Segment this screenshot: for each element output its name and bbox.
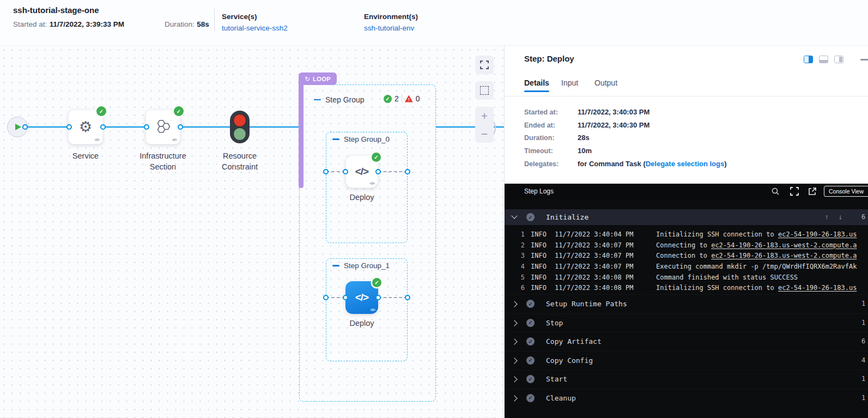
panel-title: Step: Deploy — [524, 54, 574, 63]
success-check-icon — [372, 153, 381, 162]
duration-label: Duration: — [165, 20, 195, 28]
log-host-link[interactable]: ec2-54-190-26-183.us-west-2.compute.a — [711, 252, 857, 259]
log-line: 2 INFO 11/7/2022 3:40:07 PM Connecting t… — [505, 240, 868, 251]
code-icon: </> — [355, 292, 368, 304]
status-check-icon — [526, 319, 535, 327]
log-section-name: Copy Config — [546, 356, 593, 365]
step-group-status: 2 ! 0 — [384, 94, 420, 103]
detail-label: Started at: — [524, 108, 558, 116]
deploy-node-0-label: Deploy — [329, 192, 394, 203]
minimize-panel-icon[interactable] — [860, 59, 868, 60]
chevron-right-icon[interactable] — [511, 358, 517, 364]
log-section-name: Cleanup — [546, 394, 576, 402]
open-in-new-icon[interactable] — [808, 187, 817, 196]
traffic-red-light — [233, 114, 246, 127]
scroll-bottom-icon[interactable]: ↓ — [839, 213, 842, 221]
deploy-node-1-selected[interactable]: </> </> — [345, 281, 378, 314]
log-level: INFO — [531, 241, 553, 249]
canvas-fullscreen-button[interactable] — [475, 56, 494, 74]
failed-count: 0 — [416, 94, 420, 103]
environments-link[interactable]: ssh-tutorial-env — [364, 24, 414, 32]
detail-value: 10m — [578, 147, 592, 155]
log-section-count: 6 — [861, 213, 865, 221]
log-section-copy-artifact[interactable]: Copy Artifact 6 — [505, 332, 868, 351]
tab-details[interactable]: Details — [524, 78, 549, 87]
log-host-link[interactable]: ec2-54-190-26-183.us — [778, 284, 857, 292]
layout-split-right-icon[interactable] — [804, 56, 813, 63]
chevron-right-icon[interactable] — [511, 338, 517, 344]
step-group-label: Step Group — [325, 95, 365, 104]
dashed-connector — [378, 171, 408, 172]
chevron-right-icon[interactable] — [511, 395, 517, 401]
chevron-right-icon[interactable] — [511, 301, 517, 307]
tab-output[interactable]: Output — [594, 78, 617, 87]
layout-fill — [809, 56, 812, 63]
step-group-header[interactable]: Step Group — [314, 95, 365, 104]
resource-constraint-node[interactable] — [230, 111, 250, 143]
delegate-selection-logs-link[interactable]: Delegate selection logs — [646, 160, 725, 168]
connector-dot — [375, 295, 381, 300]
collapse-minus-icon[interactable] — [332, 138, 339, 140]
zoom-out-button[interactable]: − — [481, 128, 488, 140]
log-section-cleanup[interactable]: Cleanup 1 — [505, 389, 868, 408]
layout-fill — [820, 60, 828, 63]
infrastructure-node[interactable]: </> — [145, 110, 180, 144]
services-label: Service(s) — [222, 13, 257, 21]
status-check-icon — [526, 375, 535, 383]
expand-fullscreen-icon[interactable] — [790, 187, 799, 196]
layout-split-bottom-icon[interactable] — [819, 56, 828, 63]
collapse-minus-icon[interactable] — [314, 99, 321, 101]
log-section-count: 1 — [861, 300, 865, 307]
console-view-toggle[interactable]: Console View — [824, 186, 868, 197]
search-icon[interactable] — [771, 187, 780, 196]
collapse-minus-icon[interactable] — [332, 265, 339, 266]
log-section-setup-runtime-paths[interactable]: Setup Runtime Paths 1 — [505, 294, 868, 313]
log-level: INFO — [531, 284, 553, 292]
log-section-stop[interactable]: Stop 1 — [505, 313, 868, 332]
step-group-1-header[interactable]: Step Group_1 — [332, 262, 390, 270]
tab-input[interactable]: Input — [561, 78, 578, 87]
step-logs-title: Step Logs — [524, 187, 554, 195]
log-level: INFO — [531, 231, 553, 238]
log-level: INFO — [531, 252, 553, 259]
scroll-top-icon[interactable]: ↑ — [825, 213, 829, 221]
layout-split-panel-icon[interactable] — [834, 56, 843, 63]
chevron-down-icon[interactable] — [511, 213, 517, 219]
deploy-node-0[interactable]: </> </> — [345, 155, 378, 188]
code-mini-icon: </> — [94, 137, 99, 142]
service-node[interactable]: ⚙ </> — [68, 110, 103, 144]
log-host-link[interactable]: ec2-54-190-26-183.us-west-2.compute.a — [711, 241, 857, 249]
log-line: 5 INFO 11/7/2022 3:40:08 PM Command fini… — [505, 272, 868, 283]
log-host-link[interactable]: ec2-54-190-26-183.us — [778, 231, 857, 238]
delegates-pre: for Command Task ( — [578, 160, 646, 168]
connector-dot — [66, 124, 72, 130]
log-lines: 1 INFO 11/7/2022 3:40:04 PM Initializing… — [505, 229, 868, 293]
pipeline-canvas[interactable]: ⚙ </> Service </> Infrastructure Section… — [0, 46, 504, 418]
warning-triangle-icon: ! — [405, 95, 413, 102]
canvas-select-button[interactable] — [475, 81, 494, 100]
success-check-icon — [384, 95, 392, 103]
step-group-0-header[interactable]: Step Group_0 — [332, 135, 390, 143]
hexagons-icon — [154, 118, 172, 136]
loop-badge[interactable]: ↻ LOOP — [299, 72, 337, 85]
log-section-copy-config[interactable]: Copy Config 4 — [505, 351, 868, 370]
log-section-start[interactable]: Start 1 — [505, 369, 868, 389]
chevron-right-icon[interactable] — [511, 320, 517, 326]
services-link[interactable]: tutorial-service-ssh2 — [222, 24, 288, 32]
zoom-in-button[interactable]: + — [481, 110, 488, 122]
log-timestamp: 11/7/2022 3:40:07 PM — [555, 241, 656, 249]
log-section-name: Setup Runtime Paths — [546, 300, 627, 308]
connector-dot — [100, 124, 106, 130]
traffic-green-light — [233, 128, 246, 141]
success-count: 2 — [394, 94, 399, 103]
chevron-right-icon[interactable] — [511, 376, 517, 382]
service-node-label: Service — [52, 150, 119, 161]
log-level: INFO — [531, 274, 553, 281]
status-check-icon — [526, 300, 535, 308]
log-section-name: Initialize — [546, 213, 588, 221]
code-mini-icon: </> — [172, 137, 177, 142]
log-section-initialize[interactable]: Initialize ↑ ↓ 6 — [505, 209, 868, 225]
active-tab-underline — [524, 90, 549, 92]
console-view-label: Console View — [829, 188, 864, 195]
loop-badge-label: LOOP — [313, 76, 331, 82]
